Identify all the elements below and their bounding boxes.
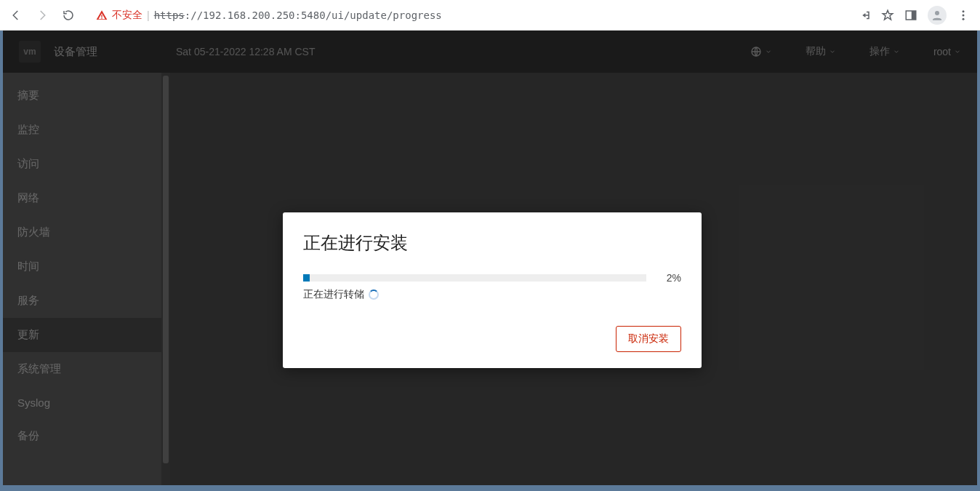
cancel-install-button[interactable]: 取消安装 [616,326,681,352]
actions-menu[interactable]: 操作 [869,45,900,58]
chevron-down-icon [893,48,900,55]
sidebar-scrollbar[interactable] [161,73,170,485]
modal-title: 正在进行安装 [303,231,681,255]
sidebar-item[interactable]: 时间 [3,250,170,284]
globe-icon [750,46,762,57]
language-menu[interactable] [750,46,772,57]
actions-label: 操作 [869,45,890,58]
header-timestamp: Sat 05-21-2022 12:28 AM CST [176,46,315,57]
sidebar-item[interactable]: 服务 [3,284,170,318]
progress-percent: 2% [659,272,681,284]
chevron-down-icon [829,48,836,55]
svg-rect-1 [101,17,102,18]
svg-point-7 [963,17,965,20]
sidebar-scrollbar-thumb[interactable] [163,76,169,463]
sidebar-item[interactable]: 防火墙 [3,215,170,250]
back-button[interactable] [6,5,26,25]
sidebar-item[interactable]: 访问 [3,147,170,181]
not-secure-icon [96,9,108,21]
not-secure-label: 不安全 [112,9,142,22]
vmware-logo: vm [19,41,41,63]
spinner-icon [369,290,379,300]
help-label: 帮助 [806,45,826,58]
panel-icon[interactable] [904,9,917,22]
svg-point-4 [935,11,939,15]
svg-point-5 [963,10,965,12]
browser-toolbar: 不安全 | https://192.168.200.250:5480/ui/up… [0,0,980,31]
svg-rect-3 [912,11,916,20]
user-menu[interactable]: root [933,46,961,57]
chevron-down-icon [954,48,961,55]
sidebar: 摘要监控访问网络防火墙时间服务更新系统管理Syslog备份 [3,73,170,485]
help-menu[interactable]: 帮助 [806,45,836,58]
modal-footer: 取消安装 [303,326,681,352]
svg-point-6 [963,14,965,16]
star-icon[interactable] [881,9,894,22]
progress-status-text: 正在进行转储 [303,288,364,301]
progress-bar [303,274,646,282]
address-bar[interactable]: 不安全 | https://192.168.200.250:5480/ui/up… [87,4,849,26]
forward-button[interactable] [32,5,52,25]
app-title: 设备管理 [54,45,97,59]
sidebar-item[interactable]: 网络 [3,181,170,215]
chevron-down-icon [765,48,772,55]
browser-right-icons [858,6,974,25]
sidebar-item[interactable]: 备份 [3,419,170,453]
sidebar-item[interactable]: 监控 [3,113,170,147]
app-viewport: vm 设备管理 Sat 05-21-2022 12:28 AM CST 帮助 操… [3,31,977,485]
address-divider: | [147,9,150,21]
url-text: https://192.168.200.250:5480/ui/update/p… [154,9,442,21]
sidebar-item[interactable]: Syslog [3,386,170,419]
user-label: root [933,46,951,57]
progress-row: 2% [303,272,681,284]
progress-status: 正在进行转储 [303,288,681,301]
reload-button[interactable] [58,5,79,25]
share-icon[interactable] [858,9,871,22]
sidebar-item[interactable]: 系统管理 [3,352,170,386]
person-icon [931,9,944,22]
reload-icon [62,9,75,22]
kebab-menu-icon[interactable] [957,9,970,22]
profile-avatar[interactable] [928,6,947,25]
svg-rect-0 [101,15,102,17]
install-progress-modal: 正在进行安装 2% 正在进行转储 取消安装 [283,212,702,368]
app-header: vm 设备管理 Sat 05-21-2022 12:28 AM CST 帮助 操… [3,31,977,73]
arrow-left-icon [9,9,23,22]
arrow-right-icon [36,9,49,22]
sidebar-item[interactable]: 摘要 [3,79,170,113]
sidebar-item[interactable]: 更新 [3,318,170,352]
progress-fill [303,274,310,282]
